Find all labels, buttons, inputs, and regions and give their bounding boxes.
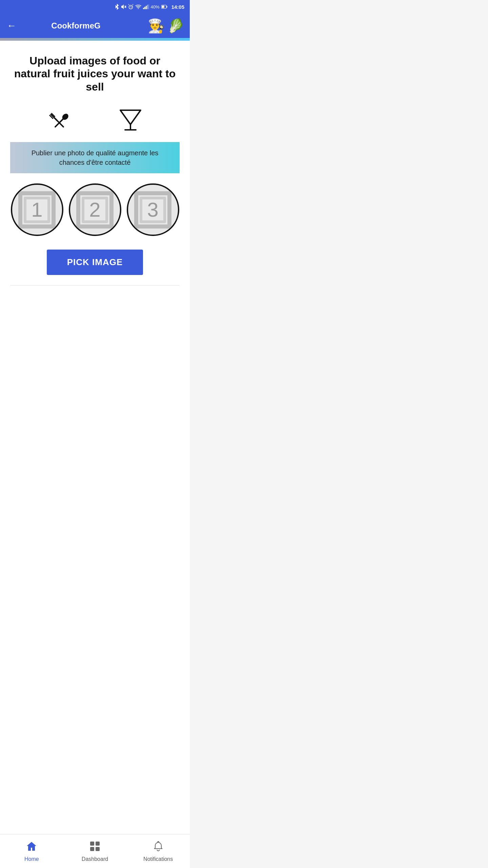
battery-icon: ⚡ <box>161 5 167 9</box>
back-button[interactable]: ← <box>5 19 18 33</box>
svg-rect-9 <box>143 8 144 9</box>
mute-icon <box>121 4 126 9</box>
svg-rect-27 <box>96 842 100 846</box>
svg-rect-28 <box>90 847 94 851</box>
nav-item-home[interactable]: Home <box>0 841 63 862</box>
main-content: Upload images of food or natural fruit j… <box>0 41 190 834</box>
info-banner-text: Publier une photo de qualité augmente le… <box>32 149 159 166</box>
image-slots: 1 2 3 <box>10 183 180 236</box>
slot-number-3: 3 <box>147 198 158 221</box>
signal-icon <box>143 4 149 9</box>
svg-rect-10 <box>144 7 145 9</box>
dashboard-icon <box>89 841 101 855</box>
upload-title: Upload images of food or natural fruit j… <box>10 54 180 93</box>
info-banner: Publier une photo de qualité augmente le… <box>10 142 180 173</box>
food-icons-row <box>10 103 180 139</box>
cocktail-icon <box>117 107 144 135</box>
bluetooth-icon <box>115 4 119 10</box>
slot-box-2: 2 <box>76 191 114 229</box>
slot-box-3: 3 <box>134 191 171 229</box>
image-slot-1[interactable]: 1 <box>11 183 63 236</box>
slot-number-2: 2 <box>89 198 100 221</box>
app-bar: ← CookformeG 👨‍🍳 🥬 <box>0 14 190 38</box>
lettuce-icon: 🥬 <box>167 19 184 33</box>
bottom-nav: Home Dashboard Notifications <box>0 834 190 868</box>
fork-knife-icon <box>46 107 73 135</box>
status-time: 14:05 <box>171 4 184 10</box>
image-slot-2[interactable]: 2 <box>69 183 121 236</box>
gradient-divider <box>0 38 190 41</box>
svg-rect-12 <box>147 5 148 9</box>
app-bar-icons: 👨‍🍳 🥬 <box>148 19 184 33</box>
wifi-icon <box>135 4 141 9</box>
svg-rect-15 <box>166 6 167 8</box>
svg-rect-26 <box>90 842 94 846</box>
svg-rect-29 <box>96 847 100 851</box>
app-title: CookformeG <box>22 21 130 31</box>
slot-box-1: 1 <box>18 191 56 229</box>
chef-icon: 👨‍🍳 <box>148 19 165 33</box>
nav-label-home: Home <box>24 856 39 862</box>
nav-item-notifications[interactable]: Notifications <box>126 841 190 862</box>
pick-image-button[interactable]: PICK IMAGE <box>47 250 143 275</box>
nav-label-notifications: Notifications <box>143 856 173 862</box>
status-icons: 40% ⚡ <box>115 4 167 10</box>
svg-rect-13 <box>148 4 149 9</box>
home-icon <box>26 841 37 855</box>
battery-label: 40% <box>151 4 160 9</box>
svg-line-8 <box>133 4 133 5</box>
svg-point-30 <box>158 841 159 843</box>
image-slot-3[interactable]: 3 <box>127 183 179 236</box>
status-bar: 40% ⚡ 14:05 <box>0 0 190 14</box>
nav-item-dashboard[interactable]: Dashboard <box>63 841 127 862</box>
svg-text:⚡: ⚡ <box>162 6 165 8</box>
svg-rect-11 <box>146 6 147 9</box>
svg-line-7 <box>128 4 129 5</box>
alarm-icon <box>128 4 134 9</box>
slot-number-1: 1 <box>31 198 42 221</box>
notifications-icon <box>152 841 164 855</box>
content-divider <box>10 285 180 285</box>
nav-label-dashboard: Dashboard <box>82 856 108 862</box>
